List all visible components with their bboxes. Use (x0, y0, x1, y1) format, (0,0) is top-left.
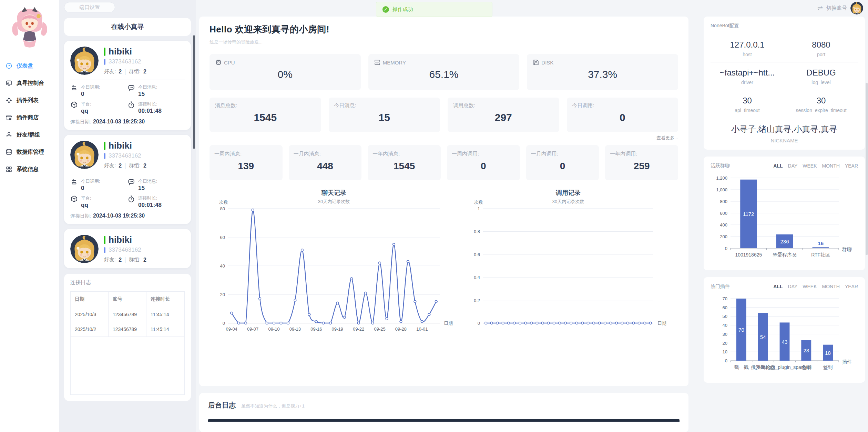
svg-text:1,200: 1,200 (716, 175, 727, 181)
svg-text:23: 23 (803, 348, 809, 353)
svg-text:30天内记录次数: 30天内记录次数 (318, 199, 350, 204)
tab-week[interactable]: WEEK (803, 163, 817, 169)
groups-count: 2 (143, 163, 146, 169)
time-range-tabs: ALL DAY WEEK MONTH YEAR (773, 284, 858, 289)
svg-text:日期: 日期 (657, 321, 666, 326)
active-groups-card: 活跃群聊 ALL DAY WEEK MONTH YEAR 02004006008… (704, 157, 865, 270)
backend-log-card: 后台日志 虽然不知道为什么，但是视力+1 (199, 393, 688, 432)
cell-account: 123456789 (109, 322, 146, 337)
sidebar-item-label: 系统信息 (17, 166, 39, 173)
right-panel: NoneBot配置 127.0.0.1host 8080port ~fastap… (704, 17, 865, 383)
cell-date: 2025/10/3 (71, 307, 109, 322)
svg-text:600: 600 (720, 211, 727, 216)
sidebar-item-system-info[interactable]: 系统信息 (0, 161, 59, 178)
sidebar-item-database[interactable]: 数据库管理 (0, 143, 59, 161)
bot-name: hibiki (109, 140, 132, 151)
duration-label: 连接时长: (138, 101, 162, 107)
port-settings-button[interactable]: 端口设置 (64, 2, 115, 12)
svg-text:30: 30 (723, 332, 727, 337)
svg-text:30天内记录次数: 30天内记录次数 (552, 199, 584, 204)
platform-label: 平台: (81, 101, 91, 107)
sidebar-item-label: 数据库管理 (17, 149, 44, 156)
online-bots-title: 在线小真寻 (64, 18, 191, 36)
svg-text:09-10: 09-10 (268, 326, 279, 332)
sidebar-item-dashboard[interactable]: 仪表盘 (0, 57, 59, 74)
stat-card-month-calls: 一月内调用:0 (526, 145, 599, 180)
svg-text:0.6: 0.6 (474, 252, 480, 257)
stat-card-total-calls: 调用总数: 297 (448, 98, 559, 132)
svg-text:聊天记录: 聊天记录 (321, 189, 346, 196)
grid-icon (6, 166, 12, 173)
bot-card[interactable]: hibiki 3373463162 好友:2 | 群组:2 今日调用:0 今日消… (64, 41, 191, 130)
tab-day[interactable]: DAY (788, 284, 798, 289)
name-accent-bar (104, 142, 105, 150)
stat-card-month-messages: 一月内消息:448 (289, 145, 362, 180)
nonebot-config-card: NoneBot配置 127.0.0.1host 8080port ~fastap… (704, 17, 865, 150)
backend-log-subtitle: 虽然不知道为什么，但是视力+1 (241, 403, 305, 409)
active-groups-title: 活跃群聊 (711, 163, 730, 169)
undo-icon (70, 178, 78, 186)
stat-card-today-calls: 今日调用: 0 (567, 98, 678, 132)
svg-text:800: 800 (720, 199, 727, 204)
view-more-link[interactable]: 查看更多... (210, 135, 678, 141)
friends-label: 好友: (104, 257, 116, 263)
tab-day[interactable]: DAY (788, 163, 798, 169)
backend-log-title: 后台日志 (208, 401, 236, 410)
duration-label: 连接时长: (138, 195, 162, 201)
divider (70, 174, 185, 174)
svg-text:插件: 插件 (842, 359, 852, 364)
connect-date-value: 2024-10-03 19:25:30 (93, 213, 145, 219)
page-scrollbar[interactable] (866, 83, 868, 255)
tab-week[interactable]: WEEK (803, 284, 817, 289)
sidebar-item-plugin-store[interactable]: 插件商店 (0, 109, 59, 126)
sidebar-item-plugin-list[interactable]: 插件列表 (0, 92, 59, 109)
config-cell-api-timeout: 30api_timeout (711, 90, 784, 118)
system-stats-row: CPU 0% MEMORY 65.1% DISK 37.3% (210, 54, 678, 90)
svg-text:20: 20 (220, 292, 225, 297)
store-icon (6, 114, 12, 121)
sidebar-item-friends-groups[interactable]: 好友/群组 (0, 126, 59, 143)
tab-year[interactable]: YEAR (845, 163, 858, 169)
platform-value: qq (81, 202, 91, 209)
tab-month[interactable]: MONTH (822, 284, 840, 289)
config-nickname: 小寻子,绪山真寻,小真寻,真寻 NICKNAME (711, 118, 858, 143)
svg-text:40: 40 (723, 323, 727, 328)
user-avatar[interactable] (850, 2, 863, 14)
tab-all[interactable]: ALL (773, 284, 783, 289)
disk-icon (532, 59, 539, 66)
disk-label: DISK (541, 60, 553, 66)
svg-text:次数: 次数 (219, 200, 228, 205)
totals-row: 消息总数: 1545 今日消息: 15 调用总数: 297 今日调用: 0 (210, 98, 678, 132)
console-icon (6, 80, 12, 87)
connection-log-table: 日期 账号 连接时长 2025/10/3 123456789 11:45:14 … (70, 291, 185, 395)
tab-year[interactable]: YEAR (845, 284, 858, 289)
tab-month[interactable]: MONTH (822, 163, 840, 169)
svg-text:1,000: 1,000 (716, 187, 727, 192)
duration-value: 00:01:48 (138, 108, 162, 114)
bot-list-scrollbar[interactable] (193, 35, 195, 149)
switch-account[interactable]: ⇌ 切换账号 (817, 2, 863, 14)
sidebar-item-console[interactable]: 真寻控制台 (0, 74, 59, 92)
config-cell-host: 127.0.0.1host (711, 34, 784, 62)
svg-text:0: 0 (725, 358, 727, 363)
tab-all[interactable]: ALL (773, 163, 783, 169)
svg-text:60: 60 (220, 235, 225, 240)
bot-id: 3373463162 (109, 247, 141, 253)
bot-card[interactable]: hibiki 3373463162 好友:2 | 群组:2 (64, 229, 191, 268)
cpu-value: 0% (215, 69, 355, 80)
success-toast: ✓ 操作成功 (376, 2, 492, 17)
charts-row: 聊天记录30天内记录次数次数020406080日期09-0409-0709-10… (210, 187, 678, 338)
config-cell-port: 8080port (784, 34, 858, 62)
duration-value: 00:01:48 (138, 202, 162, 209)
welcome-subtitle: 这是一场传奇的冒险旅途... (210, 39, 678, 45)
friends-label: 好友: (104, 162, 116, 169)
active-groups-chart: 02004006008001,0001,200群聊117210019186252… (711, 172, 858, 264)
today-calls-value: 0 (81, 185, 100, 192)
disk-card: DISK 37.3% (527, 54, 678, 90)
groups-count: 2 (143, 69, 146, 75)
svg-text:1: 1 (478, 206, 480, 211)
bot-card[interactable]: hibiki 3373463162 好友:2 | 群组:2 今日调用:0 今日消… (64, 135, 191, 224)
sidebar-item-label: 插件商店 (17, 114, 39, 121)
connect-date-value: 2024-10-03 19:25:30 (93, 119, 145, 124)
svg-text:09-04: 09-04 (226, 326, 237, 332)
